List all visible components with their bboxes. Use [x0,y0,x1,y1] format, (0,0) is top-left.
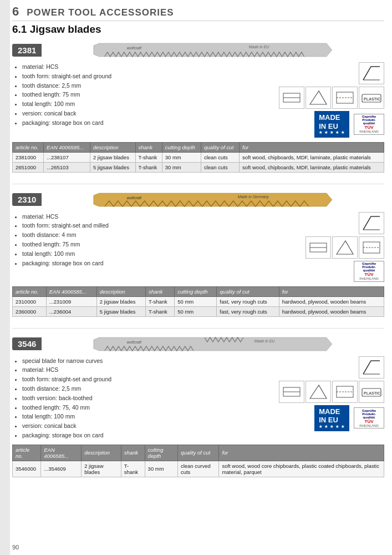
col-header: for [219,445,384,461]
specs-3546: special blade for narrow curves material… [12,356,257,440]
svg-text:wolfcraft: wolfcraft [127,196,142,200]
blade-image-2310: wolfcraft Made in Germany [42,191,384,209]
col-header: shank [135,142,162,152]
top-cut-icon-row [359,62,384,84]
made-in-eu-badge-3546: MADEIN EU ★ ★ ★ ★ ★ [314,405,352,432]
spec-item: toothed length: 75, 40 mm [22,403,257,412]
icons-2310: Geprüfte Produkt-qualität TÜV RHEINLAND [262,212,384,282]
chapter-header: 6 POWER TOOL ACCESSORIES [12,4,384,21]
svg-marker-20 [94,337,332,351]
blade-image-3546: wolfcraft Made in EU [42,335,384,353]
cell-ean: ...231009 [46,296,96,306]
cell-ean: ...265103 [44,162,90,172]
chapter-title: POWER TOOL ACCESSORIES [27,7,174,18]
cut-angle-icon [306,87,331,109]
col-header: EAN 4006585... [44,142,90,152]
spec-item: tooth form: straight-set and ground [22,375,257,384]
col-header: article no. [13,445,41,461]
cell-article: 2360000 [13,306,47,316]
spec-item: total length: 100 mm [22,412,257,421]
cell-depth: 50 mm [175,306,217,316]
spec-item: special blade for narrow curves [22,356,257,366]
table-row: 3546000 ...354609 2 jigsaw blades T-shan… [13,461,384,477]
specs-2310: material: HCS tooth form: straight-set a… [12,212,257,282]
product-id-2381: 2381 [12,44,42,57]
spec-item: material: HCS [22,365,257,375]
col-header: description [90,142,135,152]
cell-depth: 50 mm [175,296,217,306]
spec-item: packaging: storage box on card [22,118,257,128]
svg-text:wolfcraft: wolfcraft [127,46,142,50]
made-in-eu-text: MADEIN EU [319,407,345,425]
cut-angle-icon [306,381,331,403]
cut-straight-icon [279,381,304,403]
table-row: 2360000 ...236004 5 jigsaw blades T-shan… [13,306,384,316]
badge-row-2381: MADEIN EU ★ ★ ★ ★ ★ Geprüfte Produkt-qua… [314,111,384,138]
cell-quality: fast, very rough cuts [217,296,279,306]
spec-item: material: HCS [22,62,257,72]
top-cut-icon-row [359,356,384,379]
svg-text:Made in EU: Made in EU [249,45,270,49]
cell-quality: clean curved cuts [177,461,218,477]
product-body-2310: material: HCS tooth form: straight-set a… [12,212,384,282]
col-header: shank [121,445,145,461]
divider-1 [12,184,384,184]
product-section-3546: 3546 wolfcraft Made in EU special blade … [12,335,384,477]
svg-text:wolfcraft: wolfcraft [127,340,142,344]
product-id-2310: 2310 [12,193,42,206]
svg-text:Made in Germany: Made in Germany [238,195,269,199]
cell-for: soft wood, chipboards, MDF, laminate, pl… [240,162,384,172]
cell-desc: 2 jigsaw blades [90,152,135,162]
spec-item: tooth distance: 4 mm [22,230,257,240]
col-header: article no. [13,286,47,296]
plastic-icon: PLASTIC [359,87,384,109]
cell-shank: T-shank [135,152,162,162]
cell-for: hardwood, plywood, wooden beams [279,296,384,306]
page-number: 90 [12,544,19,551]
table-row: 2381000 ...238107 2 jigsaw blades T-shan… [13,152,384,162]
cut-straight-icon [279,87,304,109]
product-body-3546: special blade for narrow curves material… [12,356,384,440]
cell-quality: clean cuts [201,162,239,172]
cut-profile-icon [359,356,384,379]
spec-item: tooth form: straight-set and ground [22,72,257,81]
cell-for: hardwood, plywood, wooden beams [279,306,384,316]
spec-item: tooth form: straight-set and milled [22,221,257,230]
table-2381: article no. EAN 4006585... description s… [12,142,384,173]
cell-desc: 2 jigsaw blades [96,296,145,306]
cut-icons-row: PLASTIC [279,87,384,109]
badge-row-2310: Geprüfte Produkt-qualität TÜV RHEINLAND [354,261,384,282]
spec-item: tooth distance: 2,5 mm [22,81,257,90]
spec-item: toothed length: 75 mm [22,240,257,249]
cell-depth: 30 mm [162,162,201,172]
blade-header-2381: 2381 wolfcraft Made in EU [12,41,384,59]
cell-for: soft wood, chipboards, MDF, laminate, pl… [240,152,384,162]
product-section-2310: 2310 wolfcraft Made in Germany material:… [12,191,384,317]
col-header: quality of cut [201,142,239,152]
blade-image-2381: wolfcraft Made in EU [42,41,384,59]
table-row: 2651000 ...265103 5 jigsaw blades T-shan… [13,162,384,172]
spec-item: packaging: storage box on card [22,431,257,440]
product-body-2381: material: HCS tooth form: straight-set a… [12,62,384,138]
cut-wood-icon [332,381,358,403]
spec-item: packaging: storage box on card [22,259,257,268]
section-title: 6.1 Jigsaw blades [12,23,384,36]
col-header: cutting depth [145,445,177,461]
cell-article: 2381000 [13,152,44,162]
left-accent-bar [0,0,10,555]
svg-text:PLASTIC: PLASTIC [364,391,380,395]
col-header: article no. [13,142,44,152]
svg-marker-0 [94,43,332,57]
specs-2381: material: HCS tooth form: straight-set a… [12,62,257,138]
col-header: quality of cut [217,286,279,296]
cell-ean: ...236004 [46,306,96,316]
made-in-eu-badge: MADEIN EU ★ ★ ★ ★ ★ [314,111,352,138]
svg-marker-6 [310,91,327,104]
plastic-icon: PLASTIC [359,381,384,403]
table-2310: article no. EAN 4006585... description s… [12,286,384,317]
spec-item: material: HCS [22,212,257,221]
col-header: EAN 4006585... [41,445,82,461]
spec-item: tooth version: back-toothed [22,393,257,403]
blade-header-3546: 3546 wolfcraft Made in EU [12,335,384,353]
cut-angle-icon [332,236,358,259]
